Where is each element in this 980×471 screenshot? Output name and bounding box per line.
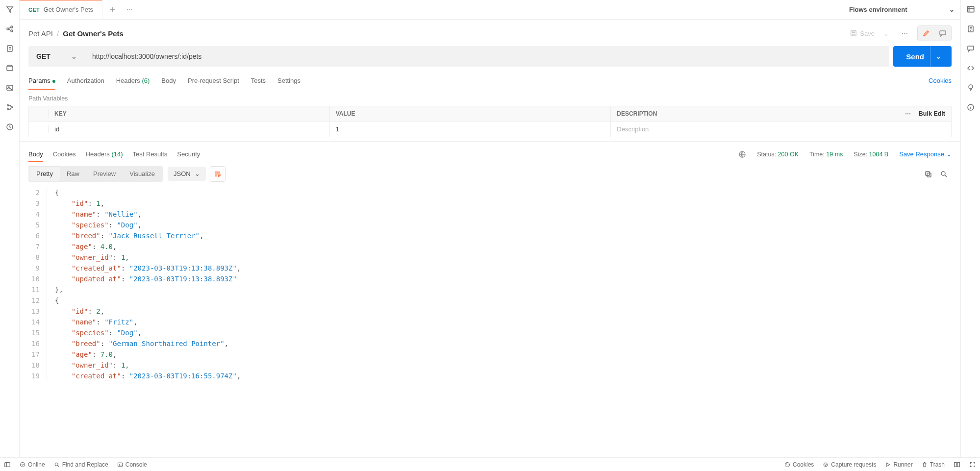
view-preview-button[interactable]: Preview	[86, 167, 123, 181]
tab-body[interactable]: Body	[161, 72, 176, 89]
svg-rect-31	[955, 462, 956, 467]
online-status[interactable]: Online	[20, 461, 45, 468]
save-response-button[interactable]: Save Response ⌄	[899, 150, 952, 158]
column-key: KEY	[49, 106, 330, 121]
wrap-lines-button[interactable]	[210, 166, 226, 182]
more-actions-button[interactable]: ⋯	[897, 26, 912, 41]
resp-tab-cookies[interactable]: Cookies	[53, 147, 76, 162]
tab-params[interactable]: Params	[28, 72, 55, 89]
code-line: 15 "species": "Dog",	[20, 327, 960, 338]
response-body[interactable]: 2{3 "id": 1,4 "name": "Nellie",5 "specie…	[20, 186, 960, 457]
code-line: 9 "created_at": "2023-03-03T19:13:38.893…	[20, 263, 960, 273]
expand-icon[interactable]	[969, 461, 976, 468]
bulk-edit-button[interactable]: Bulk Edit	[919, 110, 945, 117]
svg-point-28	[788, 465, 788, 465]
svg-point-27	[786, 464, 787, 464]
view-pretty-button[interactable]: Pretty	[29, 167, 60, 181]
tab-authorization[interactable]: Authorization	[67, 72, 104, 89]
share-icon[interactable]	[5, 25, 14, 33]
tab-prerequest[interactable]: Pre-request Script	[188, 72, 239, 89]
svg-rect-17	[967, 6, 974, 12]
method-value: GET	[36, 52, 50, 60]
view-raw-button[interactable]: Raw	[60, 167, 86, 181]
two-pane-icon[interactable]	[954, 461, 960, 468]
filter-icon[interactable]	[5, 5, 14, 14]
pv-description-cell[interactable]: Description	[611, 122, 892, 137]
history-icon[interactable]	[5, 123, 14, 131]
tab-settings[interactable]: Settings	[277, 72, 301, 89]
code-line: 7 "age": 4.0,	[20, 241, 960, 252]
wallet-icon[interactable]	[5, 64, 14, 73]
tab-tests[interactable]: Tests	[251, 72, 266, 89]
capture-requests-button[interactable]: Capture requests	[823, 461, 876, 468]
left-rail	[0, 0, 20, 457]
svg-rect-14	[926, 172, 930, 175]
workspace-tab[interactable]: GET Get Owner's Pets	[20, 0, 102, 19]
file-icon[interactable]	[5, 44, 14, 53]
view-visualize-button[interactable]: Visualize	[123, 167, 162, 181]
save-dropdown-button[interactable]: ⌄	[880, 27, 892, 40]
new-tab-button[interactable]	[102, 0, 122, 20]
code-line: 6 "breed": "Jack Russell Terrier",	[20, 230, 960, 241]
save-icon	[850, 30, 857, 37]
url-bar: GET ⌄ http://localhost:3000/owners/:id/p…	[28, 46, 952, 67]
response-time: Time: 19 ms	[809, 151, 843, 158]
format-selector[interactable]: JSON ⌄	[168, 167, 206, 181]
console-button[interactable]: Console	[117, 461, 147, 468]
code-line: 3 "id": 1,	[20, 198, 960, 209]
pv-value-cell[interactable]: 1	[330, 122, 611, 137]
resp-tab-security[interactable]: Security	[177, 147, 200, 162]
send-button[interactable]: Send ⌄	[893, 46, 952, 67]
code-snippet-icon[interactable]	[966, 64, 975, 73]
search-response-button[interactable]	[936, 167, 952, 181]
url-input[interactable]: http://localhost:3000/owners/:id/pets	[85, 46, 889, 67]
table-options-button[interactable]: ⋯	[905, 110, 911, 117]
resp-tab-headers[interactable]: Headers (14)	[86, 147, 123, 162]
comment-mode-button[interactable]	[934, 26, 951, 41]
request-tabs: Params Authorization Headers (6) Body Pr…	[20, 72, 960, 90]
env-quicklook-icon[interactable]	[966, 5, 975, 14]
environment-selector[interactable]: Flows environment ⌄	[843, 0, 960, 19]
save-button[interactable]: Save	[845, 26, 880, 41]
breadcrumb-collection[interactable]: Pet API	[28, 29, 53, 38]
info-icon[interactable]	[966, 103, 975, 112]
globe-icon[interactable]	[738, 150, 746, 158]
svg-point-20	[969, 85, 973, 89]
svg-point-9	[7, 109, 8, 110]
response-size: Size: 1004 B	[854, 151, 888, 158]
documentation-icon[interactable]	[966, 25, 975, 33]
svg-point-2	[11, 30, 13, 32]
body-view-mode: Pretty Raw Preview Visualize	[28, 166, 163, 182]
resp-tab-test-results[interactable]: Test Results	[133, 147, 168, 162]
runner-button[interactable]: Runner	[885, 461, 912, 468]
send-label: Send	[906, 52, 924, 61]
svg-point-30	[825, 464, 827, 465]
svg-point-8	[11, 107, 12, 108]
comments-icon[interactable]	[966, 44, 975, 53]
svg-rect-4	[7, 66, 13, 71]
chevron-down-icon[interactable]: ⌄	[930, 46, 942, 67]
tabs-overflow-button[interactable]: ⋯	[122, 0, 137, 20]
flow-icon[interactable]	[5, 103, 14, 112]
svg-rect-11	[851, 31, 856, 36]
trash-button[interactable]: Trash	[922, 461, 945, 468]
footer-cookies-button[interactable]: Cookies	[784, 461, 814, 468]
tab-label: Get Owner's Pets	[44, 6, 93, 13]
lightbulb-icon[interactable]	[966, 83, 975, 92]
resp-tab-body[interactable]: Body	[28, 147, 43, 162]
method-selector[interactable]: GET ⌄	[28, 46, 85, 67]
pv-key-cell[interactable]: id	[49, 122, 330, 137]
tab-headers[interactable]: Headers (6)	[116, 72, 150, 89]
panel-toggle-icon[interactable]	[4, 461, 11, 468]
svg-point-29	[824, 463, 828, 467]
response-toolbar: Pretty Raw Preview Visualize JSON ⌄	[20, 162, 960, 186]
indicator-dot-icon	[52, 80, 55, 83]
find-replace-button[interactable]: Find and Replace	[54, 461, 108, 468]
edit-mode-button[interactable]	[918, 26, 934, 41]
image-icon[interactable]	[5, 83, 14, 92]
copy-response-button[interactable]	[920, 167, 936, 181]
cookies-link[interactable]: Cookies	[929, 77, 952, 84]
svg-rect-22	[5, 462, 10, 467]
code-line: 10 "updated_at": "2023-03-03T19:13:38.89…	[20, 273, 960, 284]
save-label: Save	[860, 30, 875, 37]
